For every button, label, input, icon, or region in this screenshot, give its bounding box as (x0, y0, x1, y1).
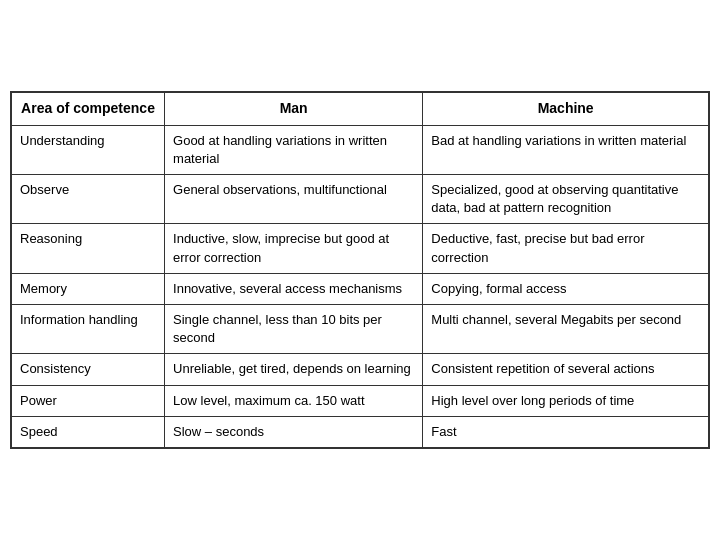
cell-man: Low level, maximum ca. 150 watt (165, 385, 423, 416)
cell-man: Inductive, slow, imprecise but good at e… (165, 224, 423, 273)
cell-machine: High level over long periods of time (423, 385, 709, 416)
cell-machine: Specialized, good at observing quantitat… (423, 175, 709, 224)
cell-area: Power (11, 385, 165, 416)
cell-machine: Multi channel, several Megabits per seco… (423, 304, 709, 353)
cell-man: Innovative, several access mechanisms (165, 273, 423, 304)
cell-area: Information handling (11, 304, 165, 353)
table-row: Information handlingSingle channel, less… (11, 304, 709, 353)
header-man: Man (165, 92, 423, 125)
cell-man: Slow – seconds (165, 416, 423, 448)
cell-machine: Bad at handling variations in written ma… (423, 125, 709, 174)
cell-man: Unreliable, get tired, depends on learni… (165, 354, 423, 385)
table-row: ConsistencyUnreliable, get tired, depend… (11, 354, 709, 385)
cell-machine: Copying, formal access (423, 273, 709, 304)
cell-area: Speed (11, 416, 165, 448)
cell-area: Memory (11, 273, 165, 304)
cell-area: Consistency (11, 354, 165, 385)
cell-machine: Consistent repetition of several actions (423, 354, 709, 385)
cell-area: Observe (11, 175, 165, 224)
cell-area: Reasoning (11, 224, 165, 273)
table-row: ObserveGeneral observations, multifuncti… (11, 175, 709, 224)
competence-table-container: Area of competence Man Machine Understan… (10, 91, 710, 449)
table-row: PowerLow level, maximum ca. 150 wattHigh… (11, 385, 709, 416)
table-row: ReasoningInductive, slow, imprecise but … (11, 224, 709, 273)
cell-machine: Deductive, fast, precise but bad error c… (423, 224, 709, 273)
cell-man: Good at handling variations in written m… (165, 125, 423, 174)
header-area: Area of competence (11, 92, 165, 125)
table-row: SpeedSlow – secondsFast (11, 416, 709, 448)
table-header-row: Area of competence Man Machine (11, 92, 709, 125)
competence-table: Area of competence Man Machine Understan… (10, 91, 710, 449)
cell-machine: Fast (423, 416, 709, 448)
cell-man: Single channel, less than 10 bits per se… (165, 304, 423, 353)
header-machine: Machine (423, 92, 709, 125)
table-row: UnderstandingGood at handling variations… (11, 125, 709, 174)
cell-area: Understanding (11, 125, 165, 174)
table-row: MemoryInnovative, several access mechani… (11, 273, 709, 304)
cell-man: General observations, multifunctional (165, 175, 423, 224)
